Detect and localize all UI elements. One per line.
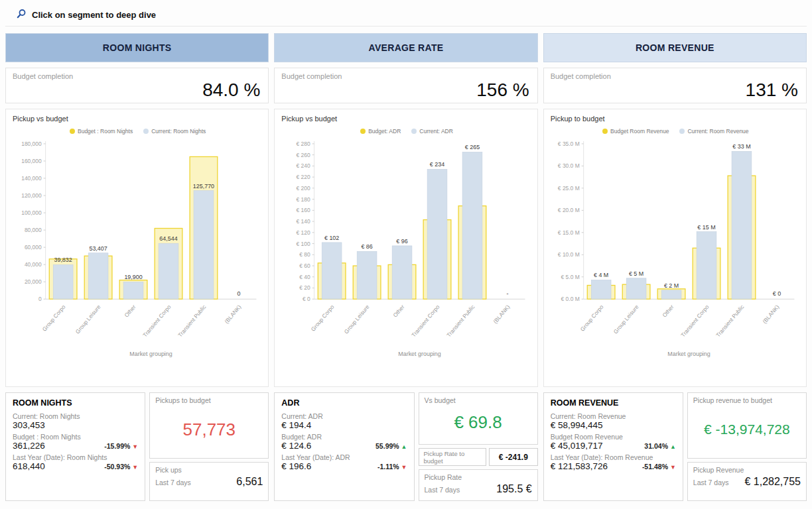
adr-chart[interactable]: € 0€ 20€ 40€ 60€ 80€ 100€ 120€ 140€ 160€… — [281, 136, 531, 360]
header-average-rate: AVERAGE RATE — [274, 33, 537, 62]
legend-item-current[interactable]: Current: Room Revenue — [679, 128, 748, 135]
svg-text:€ 0.0 M: € 0.0 M — [561, 296, 579, 302]
svg-text:€ 96: € 96 — [397, 238, 408, 245]
bar-segment[interactable] — [661, 290, 681, 299]
summary-row-label: Current: ADR — [281, 412, 407, 420]
kpi-vs-budget: Vs budget € 69.8 — [419, 392, 538, 445]
budget-completion-card: Budget completion 131 % — [543, 68, 807, 103]
svg-text:(BLANK): (BLANK) — [761, 304, 780, 325]
svg-text:Group Corpo: Group Corpo — [578, 304, 604, 333]
svg-text:180,000: 180,000 — [21, 141, 42, 147]
legend-dot — [143, 129, 149, 134]
kpi-pickup-rate-last7: Pickup Rate Last 7 days195.5 € — [419, 469, 538, 501]
summary-row-label: Budget : Room Nights — [13, 433, 138, 441]
legend-label: Budget : Room Nights — [78, 128, 133, 135]
legend-label: Budget Room Revenue — [610, 128, 669, 135]
summary-row-value: € 124.6 — [281, 441, 311, 451]
summary-row-value: 361,226 — [13, 441, 45, 451]
chart-title: Pickup to budget — [551, 115, 801, 123]
svg-text:Market grouping: Market grouping — [129, 351, 172, 357]
column-room-revenue: ROOM REVENUE Budget completion 131 % Pic… — [543, 33, 807, 505]
svg-text:Market grouping: Market grouping — [667, 351, 710, 357]
bar-segment[interactable] — [626, 278, 646, 299]
bar-segment[interactable] — [322, 243, 342, 299]
bar-segment[interactable] — [53, 264, 73, 299]
bar-segment[interactable] — [732, 151, 752, 299]
svg-text:100,000: 100,000 — [21, 209, 42, 216]
kpi-label: Pickup Rate — [425, 473, 532, 481]
bar-segment[interactable] — [392, 246, 412, 299]
svg-text:€ 33 M: € 33 M — [732, 143, 750, 150]
chart-legend: Budget: ADR Current: ADR — [281, 128, 531, 135]
delta-arrow-icon: ▲ — [401, 443, 407, 450]
summary-row-value: € 58,994,445 — [551, 420, 603, 430]
chart-card-adr: Pickup vs budget Budget: ADR Current: AD… — [274, 109, 537, 387]
svg-text:€ 30.0 M: € 30.0 M — [558, 162, 580, 169]
kpi-value: € -241.9 — [489, 448, 538, 466]
kpi-pickup-revenue-last7: Pickup Revenue Last 7 days€ 1,282,755 — [687, 462, 807, 501]
delta-arrow-icon: ▼ — [670, 464, 676, 471]
legend-label: Current: Room Revenue — [687, 128, 748, 135]
svg-text:€ 200: € 200 — [297, 185, 310, 192]
room-nights-chart[interactable]: 020,00040,00060,00080,000100,000120,0001… — [13, 136, 263, 360]
summary-row-label: Budget: ADR — [281, 433, 407, 441]
bar-segment[interactable] — [427, 169, 447, 299]
header-title: ROOM REVENUE — [636, 42, 714, 53]
summary-row-value: € 196.6 — [281, 461, 311, 471]
column-average-rate: AVERAGE RATE Budget completion 156 % Pic… — [274, 33, 537, 505]
room-revenue-chart[interactable]: € 0.0 M€ 5.0 M€ 10.0 M€ 15.0 M€ 20.0 M€ … — [551, 136, 801, 360]
svg-text:125,770: 125,770 — [193, 183, 214, 190]
kpi-pickups-to-budget: Pickups to budget 57,773 — [149, 392, 269, 459]
svg-text:€ 265: € 265 — [465, 144, 480, 150]
bar-segment[interactable] — [88, 253, 108, 300]
budget-completion-card: Budget completion 84.0 % — [5, 68, 269, 103]
svg-text:€ 2 M: € 2 M — [664, 282, 679, 289]
svg-text:Other: Other — [123, 304, 137, 319]
chart-legend: Budget : Room Nights Current: Room Night… — [13, 128, 263, 135]
bar-segment[interactable] — [358, 251, 377, 299]
summary-row-value: € 45,019,717 — [551, 441, 603, 451]
header-title: ROOM NIGHTS — [103, 42, 172, 53]
legend-item-current[interactable]: Current: Room Nights — [143, 128, 206, 135]
svg-text:€ 15.0 M: € 15.0 M — [558, 229, 580, 236]
svg-text:Group Leisure: Group Leisure — [612, 304, 640, 335]
svg-text:€ 25.0 M: € 25.0 M — [558, 185, 580, 192]
svg-text:€ 80: € 80 — [300, 251, 311, 258]
summary-row-value: 303,453 — [13, 420, 45, 430]
kpi-value: € -13,974,728 — [704, 422, 790, 437]
legend-label: Budget: ADR — [368, 128, 401, 135]
svg-text:€ 86: € 86 — [362, 243, 373, 250]
summary-row-label: Current: Room Revenue — [551, 412, 676, 420]
kpi-value: € 69.8 — [454, 412, 502, 433]
svg-text:80,000: 80,000 — [25, 227, 42, 233]
bar-segment[interactable] — [591, 280, 611, 299]
legend-item-budget[interactable]: Budget : Room Nights — [70, 128, 133, 135]
svg-text:€ 5 M: € 5 M — [629, 270, 643, 277]
budget-completion-card: Budget completion 156 % — [274, 68, 537, 103]
svg-text:€ 180: € 180 — [297, 196, 310, 203]
svg-text:€ 260: € 260 — [297, 152, 310, 158]
svg-text:€ 220: € 220 — [297, 174, 310, 180]
delta-arrow-icon: ▼ — [401, 464, 407, 471]
summary-row-value: 618,440 — [13, 461, 45, 471]
dashboard: Click on segment to deep dive ROOM NIGHT… — [0, 0, 812, 509]
svg-text:€ 20.0 M: € 20.0 M — [558, 207, 580, 213]
kpi-sublabel: Last 7 days — [425, 486, 460, 494]
bar-segment[interactable] — [123, 282, 143, 299]
kpi-sublabel: Last 7 days — [155, 479, 191, 486]
magnifier-icon — [16, 9, 27, 22]
legend-item-current[interactable]: Current: ADR — [411, 128, 453, 135]
legend-item-budget[interactable]: Budget: ADR — [360, 128, 401, 135]
svg-text:Group Corpo: Group Corpo — [310, 304, 336, 333]
svg-text:(BLANK): (BLANK) — [223, 304, 242, 325]
kpi-label: Pick ups — [155, 466, 263, 474]
bar-segment[interactable] — [194, 191, 214, 300]
svg-text:€ 0: € 0 — [772, 290, 780, 297]
bar-segment[interactable] — [462, 152, 482, 299]
legend-item-budget[interactable]: Budget Room Revenue — [602, 128, 669, 135]
bar-segment[interactable] — [159, 243, 178, 299]
bar-segment[interactable] — [697, 231, 716, 299]
svg-text:Transient Public: Transient Public — [714, 304, 745, 339]
kpi-label: Pickups to budget — [155, 396, 263, 404]
chart-title: Pickup vs budget — [281, 115, 531, 123]
